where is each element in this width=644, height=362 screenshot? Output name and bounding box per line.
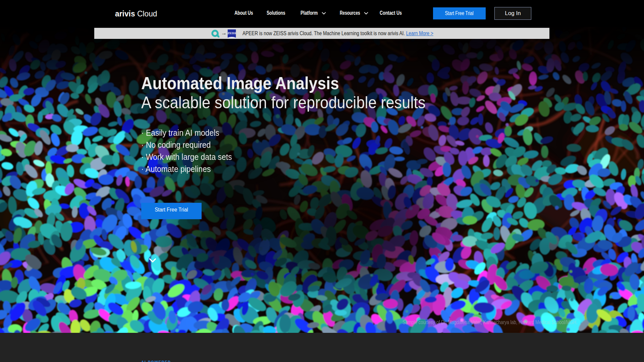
svg-text:ZEISS: ZEISS — [227, 32, 236, 35]
